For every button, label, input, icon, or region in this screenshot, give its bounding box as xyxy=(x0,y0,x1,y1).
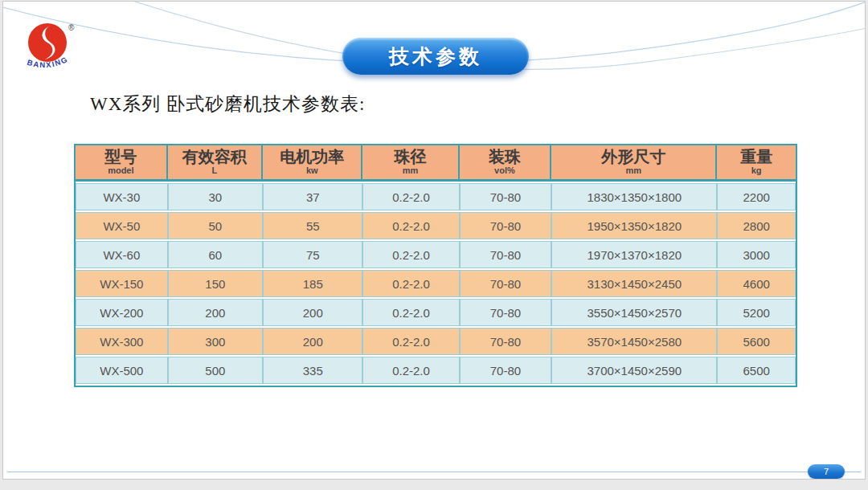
table-cell: 0.2-2.0 xyxy=(362,299,459,326)
section-title-pill: 技术参数 xyxy=(342,38,529,75)
table-cell: 200 xyxy=(263,299,363,326)
table-cell: 0.2-2.0 xyxy=(362,241,459,268)
column-header: 有效容积L xyxy=(168,145,263,182)
table-cell: 70-80 xyxy=(460,241,552,268)
page-number-badge: 7 xyxy=(808,464,845,479)
table-cell: 5200 xyxy=(717,299,796,326)
column-header: 型号model xyxy=(76,145,168,182)
table-row: WX-6060750.2-2.070-801970×1370×18203000 xyxy=(76,241,796,268)
table-cell: 0.2-2.0 xyxy=(362,212,459,239)
table-cell: 30 xyxy=(168,183,263,210)
table-cell: 70-80 xyxy=(460,212,552,239)
table-cell: 1970×1370×1820 xyxy=(551,241,717,268)
table-row: WX-5005003350.2-2.070-803700×1450×259065… xyxy=(76,357,796,384)
table-cell: 2800 xyxy=(717,212,796,239)
slide-canvas: ® BANXING 技术参数 WX系列 卧式砂磨机技术参数表: 型号model有… xyxy=(2,1,866,480)
table-row: WX-1501501850.2-2.070-803130×1450×245046… xyxy=(76,270,796,297)
table-cell: 3570×1450×2580 xyxy=(551,328,717,355)
table-cell: WX-30 xyxy=(76,183,168,210)
table-row: WX-5050550.2-2.070-801950×1350×18202800 xyxy=(76,212,796,239)
table-cell: 185 xyxy=(263,270,363,297)
page-number: 7 xyxy=(824,467,829,476)
table-cell: WX-300 xyxy=(76,328,168,355)
table-cell: 1950×1350×1820 xyxy=(551,212,717,239)
table-cell: 70-80 xyxy=(460,183,552,210)
footer-divider xyxy=(7,472,861,472)
table-cell: 70-80 xyxy=(460,299,552,326)
registered-mark: ® xyxy=(68,23,75,32)
table-cell: 3000 xyxy=(717,241,796,268)
table-cell: 1830×1350×1800 xyxy=(551,183,717,210)
table-cell: 75 xyxy=(263,241,363,268)
parameters-table-wrapper: 型号model有效容积L电机功率kw珠径mm装珠vol%外形尺寸mm重量kg W… xyxy=(74,144,797,387)
parameters-table: 型号model有效容积L电机功率kw珠径mm装珠vol%外形尺寸mm重量kg W… xyxy=(76,144,796,386)
table-row: WX-2002002000.2-2.070-803550×1450×257052… xyxy=(76,299,796,326)
table-cell: 500 xyxy=(168,357,263,384)
table-cell: 3700×1450×2590 xyxy=(551,357,717,384)
column-header: 珠径mm xyxy=(362,145,459,182)
table-cell: 6500 xyxy=(717,357,796,384)
table-cell: WX-200 xyxy=(76,299,168,326)
table-cell: 0.2-2.0 xyxy=(362,183,459,210)
column-header: 电机功率kw xyxy=(263,145,363,182)
column-header: 装珠vol% xyxy=(460,145,552,182)
table-cell: WX-50 xyxy=(76,212,168,239)
table-cell: 55 xyxy=(263,212,363,239)
table-header-row: 型号model有效容积L电机功率kw珠径mm装珠vol%外形尺寸mm重量kg xyxy=(76,145,796,182)
table-cell: WX-500 xyxy=(76,357,168,384)
table-cell: 70-80 xyxy=(460,357,552,384)
table-cell: 4600 xyxy=(717,270,796,297)
table-cell: 0.2-2.0 xyxy=(362,270,459,297)
table-cell: 70-80 xyxy=(460,328,552,355)
column-header: 重量kg xyxy=(717,145,796,182)
table-row: WX-3003002000.2-2.070-803570×1450×258056… xyxy=(76,328,796,355)
table-cell: 70-80 xyxy=(460,270,552,297)
table-cell: 300 xyxy=(168,328,263,355)
table-cell: 0.2-2.0 xyxy=(362,357,459,384)
table-cell: 37 xyxy=(263,183,363,210)
column-header: 外形尺寸mm xyxy=(551,145,717,182)
page-title: WX系列 卧式砂磨机技术参数表: xyxy=(90,92,365,116)
table-cell: 2200 xyxy=(717,183,796,210)
table-cell: 3130×1450×2450 xyxy=(551,270,717,297)
table-cell: 150 xyxy=(168,270,263,297)
table-cell: 60 xyxy=(168,241,263,268)
section-title-label: 技术参数 xyxy=(389,43,482,70)
table-cell: 5600 xyxy=(717,328,796,355)
table-cell: 0.2-2.0 xyxy=(362,328,459,355)
table-cell: 50 xyxy=(168,212,263,239)
table-cell: 200 xyxy=(263,328,363,355)
table-cell: 3550×1450×2570 xyxy=(551,299,717,326)
table-cell: WX-60 xyxy=(76,241,168,268)
table-cell: WX-150 xyxy=(76,270,168,297)
table-cell: 335 xyxy=(263,357,363,384)
table-row: WX-3030370.2-2.070-801830×1350×18002200 xyxy=(76,183,796,210)
table-cell: 200 xyxy=(168,299,263,326)
company-logo: ® BANXING xyxy=(26,21,77,76)
